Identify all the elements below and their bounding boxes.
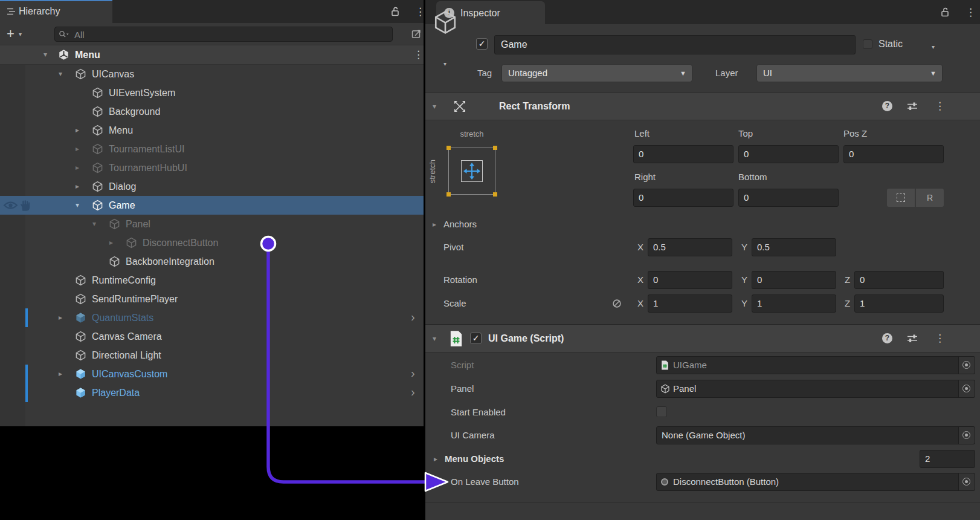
help-icon[interactable]: ? <box>882 101 892 111</box>
gameobject-cube-icon <box>92 106 103 120</box>
component-menu-icon[interactable]: ⋮ <box>935 329 945 348</box>
presets-icon[interactable] <box>907 334 918 346</box>
hierarchy-item-backboneintegration[interactable]: BackboneIntegration <box>0 252 424 271</box>
hierarchy-item-sendruntimeplayer[interactable]: SendRuntimePlayer <box>0 290 424 308</box>
hierarchy-item-dialog[interactable]: ▸Dialog <box>0 177 424 196</box>
hierarchy-menu-icon[interactable]: ⋮ <box>415 2 425 21</box>
scene-picking-icon[interactable] <box>411 28 423 42</box>
hierarchy-item-quantumstats[interactable]: ▸QuantumStats› <box>0 308 424 327</box>
start-enabled-checkbox[interactable] <box>656 406 667 417</box>
anchors-foldout-icon[interactable]: ▸ <box>433 215 436 234</box>
inspector-menu-icon[interactable]: ⋮ <box>965 3 976 22</box>
hierarchy-item-uieventsystem[interactable]: UIEventSystem <box>0 83 424 102</box>
hierarchy-item-directional-light[interactable]: Directional Light <box>0 346 424 365</box>
hierarchy-item-game[interactable]: ▾Game <box>0 196 424 215</box>
foldout-icon[interactable]: ▸ <box>76 121 79 140</box>
hierarchy-item-canvas-camera[interactable]: Canvas Camera <box>0 327 424 346</box>
hierarchy-search-box[interactable] <box>54 27 393 42</box>
foldout-icon[interactable]: ▸ <box>434 450 437 468</box>
pivot-x-field[interactable]: 0.5 <box>648 238 732 256</box>
tab-hierarchy[interactable]: Hierarchy <box>0 0 112 23</box>
posz-field[interactable]: 0 <box>843 145 944 163</box>
hierarchy-item-label: RuntimeConfig <box>92 271 156 290</box>
top-field[interactable]: 0 <box>738 145 839 163</box>
foldout-icon[interactable]: ▸ <box>109 233 113 252</box>
prefab-open-chevron-icon[interactable]: › <box>411 365 415 382</box>
foldout-icon[interactable]: ▸ <box>59 365 62 383</box>
scene-name: Menu <box>75 45 100 64</box>
hierarchy-item-tournamentlistui[interactable]: ▸TournamentListUI <box>0 140 424 158</box>
lock-icon[interactable] <box>390 6 401 19</box>
gameobject-icon-caret[interactable]: ▾ <box>443 53 446 75</box>
foldout-icon[interactable]: ▾ <box>433 330 436 348</box>
foldout-icon[interactable]: ▸ <box>76 158 79 177</box>
create-button[interactable]: + <box>7 23 15 45</box>
object-picker-icon[interactable] <box>958 427 975 444</box>
anchor-preset-widget[interactable] <box>448 148 495 195</box>
eye-icon[interactable] <box>3 201 18 212</box>
foldout-icon[interactable]: ▾ <box>59 65 62 83</box>
left-field[interactable]: 0 <box>633 145 733 163</box>
object-field-on-leave-button[interactable]: DisconnectButton (Button) <box>656 473 975 491</box>
foldout-icon[interactable]: ▾ <box>92 215 96 233</box>
presets-icon[interactable] <box>907 102 918 114</box>
object-field-ui-camera[interactable]: None (Game Object) <box>656 426 975 444</box>
rect-transform-header[interactable]: ▾ Rect Transform ? ⋮ <box>425 92 980 120</box>
hand-pick-icon[interactable] <box>19 200 31 214</box>
scale-x-field[interactable]: 1 <box>648 294 732 313</box>
scale-z-field[interactable]: 1 <box>854 294 944 313</box>
scene-foldout-icon[interactable]: ▾ <box>44 45 47 64</box>
pivot-y-field[interactable]: 0.5 <box>752 238 836 256</box>
foldout-icon[interactable]: ▸ <box>76 140 79 158</box>
prefab-open-chevron-icon[interactable]: › <box>411 383 415 401</box>
help-icon[interactable]: ? <box>882 333 892 343</box>
raw-edit-mode-button[interactable]: R <box>916 189 944 207</box>
hierarchy-item-uicanvascustom[interactable]: ▸UICanvasCustom› <box>0 365 424 383</box>
create-caret-icon[interactable]: ▾ <box>19 24 22 45</box>
scene-header-row[interactable]: ▾ Menu ⋮ <box>0 45 424 65</box>
object-field-panel[interactable]: Panel <box>656 380 975 398</box>
bottom-field[interactable]: 0 <box>738 189 839 207</box>
anchor-preset-top-label: stretch <box>448 129 495 138</box>
foldout-icon[interactable]: ▸ <box>76 177 79 196</box>
array-size-field[interactable]: 2 <box>920 450 975 468</box>
static-caret-icon[interactable]: ▾ <box>932 36 935 58</box>
ui-game-script-header[interactable]: ▾ ✓ UI Game (Script) ? ⋮ <box>425 324 980 353</box>
foldout-icon[interactable]: ▸ <box>59 308 62 327</box>
hierarchy-item-playerdata[interactable]: PlayerData› <box>0 383 424 402</box>
hierarchy-item-panel[interactable]: ▾Panel <box>0 215 424 233</box>
active-checkbox[interactable]: ✓ <box>476 38 488 50</box>
link-broken-icon[interactable] <box>611 298 622 311</box>
hierarchy-item-runtimeconfig[interactable]: RuntimeConfig <box>0 271 424 290</box>
hierarchy-item-tournamenthubui[interactable]: ▸TournamentHubUI <box>0 158 424 177</box>
object-picker-icon[interactable] <box>958 357 975 374</box>
search-input[interactable] <box>73 27 384 42</box>
scene-menu-icon[interactable]: ⋮ <box>413 45 424 64</box>
rotation-z-field[interactable]: 0 <box>854 271 944 289</box>
layer-dropdown[interactable]: UI ▼ <box>756 64 943 82</box>
right-field[interactable]: 0 <box>633 189 733 207</box>
object-picker-icon[interactable] <box>958 473 975 490</box>
tag-dropdown[interactable]: Untagged ▼ <box>501 64 692 82</box>
search-icon[interactable] <box>59 30 71 41</box>
prefab-open-chevron-icon[interactable]: › <box>411 308 415 326</box>
component-menu-icon[interactable]: ⋮ <box>935 97 945 115</box>
hierarchy-item-uicanvas[interactable]: ▾UICanvas <box>0 65 424 83</box>
hierarchy-item-background[interactable]: Background <box>0 102 424 121</box>
hierarchy-item-disconnectbutton[interactable]: ▸DisconnectButton <box>0 233 424 252</box>
component-enabled-checkbox[interactable]: ✓ <box>470 333 482 344</box>
lock-icon[interactable] <box>940 7 950 20</box>
static-checkbox[interactable] <box>863 39 872 49</box>
hierarchy-toolbar: + ▾ <box>0 23 424 45</box>
blueprint-mode-button[interactable] <box>887 189 915 207</box>
rotation-y-field[interactable]: 0 <box>752 271 836 289</box>
hierarchy-tab-label: Hierarchy <box>19 0 60 23</box>
foldout-icon[interactable]: ▾ <box>76 196 79 215</box>
gameobject-name-field[interactable] <box>494 35 856 54</box>
hierarchy-item-menu[interactable]: ▸Menu <box>0 121 424 140</box>
foldout-icon[interactable]: ▾ <box>433 97 436 116</box>
object-field-script[interactable]: UIGame <box>656 356 975 374</box>
rotation-x-field[interactable]: 0 <box>648 271 732 289</box>
object-picker-icon[interactable] <box>958 380 975 397</box>
scale-y-field[interactable]: 1 <box>752 294 836 313</box>
